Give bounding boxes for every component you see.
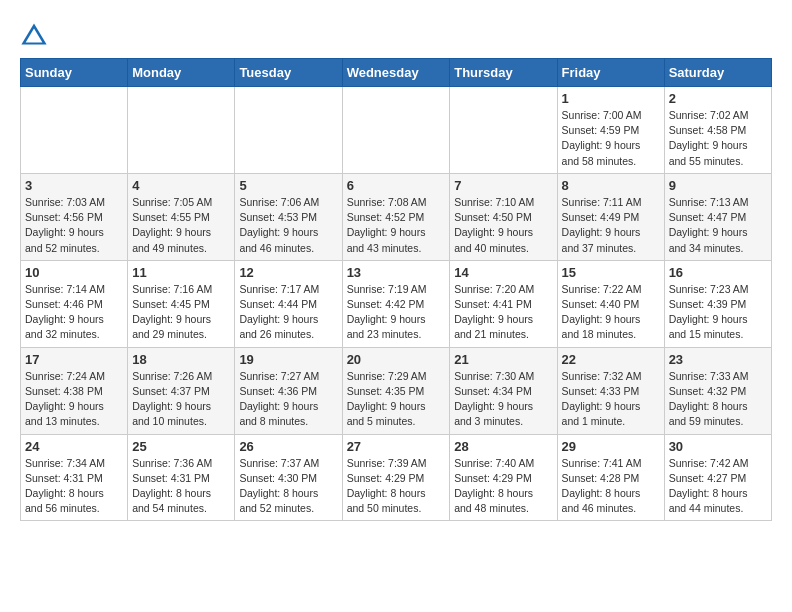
- day-info: Sunrise: 7:06 AM Sunset: 4:53 PM Dayligh…: [239, 195, 337, 256]
- day-info: Sunrise: 7:17 AM Sunset: 4:44 PM Dayligh…: [239, 282, 337, 343]
- calendar-body: 1Sunrise: 7:00 AM Sunset: 4:59 PM Daylig…: [21, 87, 772, 521]
- week-row-3: 10Sunrise: 7:14 AM Sunset: 4:46 PM Dayli…: [21, 260, 772, 347]
- day-cell: 25Sunrise: 7:36 AM Sunset: 4:31 PM Dayli…: [128, 434, 235, 521]
- calendar-header: SundayMondayTuesdayWednesdayThursdayFrid…: [21, 59, 772, 87]
- day-number: 17: [25, 352, 123, 367]
- day-cell: 28Sunrise: 7:40 AM Sunset: 4:29 PM Dayli…: [450, 434, 557, 521]
- day-cell: 1Sunrise: 7:00 AM Sunset: 4:59 PM Daylig…: [557, 87, 664, 174]
- day-number: 28: [454, 439, 552, 454]
- page-header: [20, 20, 772, 48]
- day-number: 1: [562, 91, 660, 106]
- day-number: 29: [562, 439, 660, 454]
- day-info: Sunrise: 7:14 AM Sunset: 4:46 PM Dayligh…: [25, 282, 123, 343]
- day-cell: [450, 87, 557, 174]
- day-number: 7: [454, 178, 552, 193]
- day-number: 13: [347, 265, 446, 280]
- day-number: 3: [25, 178, 123, 193]
- calendar-table: SundayMondayTuesdayWednesdayThursdayFrid…: [20, 58, 772, 521]
- day-number: 27: [347, 439, 446, 454]
- day-info: Sunrise: 7:02 AM Sunset: 4:58 PM Dayligh…: [669, 108, 767, 169]
- day-number: 20: [347, 352, 446, 367]
- column-header-wednesday: Wednesday: [342, 59, 450, 87]
- day-cell: 5Sunrise: 7:06 AM Sunset: 4:53 PM Daylig…: [235, 173, 342, 260]
- header-row: SundayMondayTuesdayWednesdayThursdayFrid…: [21, 59, 772, 87]
- day-cell: [128, 87, 235, 174]
- day-info: Sunrise: 7:03 AM Sunset: 4:56 PM Dayligh…: [25, 195, 123, 256]
- column-header-saturday: Saturday: [664, 59, 771, 87]
- week-row-4: 17Sunrise: 7:24 AM Sunset: 4:38 PM Dayli…: [21, 347, 772, 434]
- column-header-sunday: Sunday: [21, 59, 128, 87]
- day-info: Sunrise: 7:26 AM Sunset: 4:37 PM Dayligh…: [132, 369, 230, 430]
- day-info: Sunrise: 7:00 AM Sunset: 4:59 PM Dayligh…: [562, 108, 660, 169]
- day-cell: 12Sunrise: 7:17 AM Sunset: 4:44 PM Dayli…: [235, 260, 342, 347]
- day-info: Sunrise: 7:20 AM Sunset: 4:41 PM Dayligh…: [454, 282, 552, 343]
- day-info: Sunrise: 7:29 AM Sunset: 4:35 PM Dayligh…: [347, 369, 446, 430]
- day-number: 23: [669, 352, 767, 367]
- day-cell: 14Sunrise: 7:20 AM Sunset: 4:41 PM Dayli…: [450, 260, 557, 347]
- day-number: 5: [239, 178, 337, 193]
- day-cell: 16Sunrise: 7:23 AM Sunset: 4:39 PM Dayli…: [664, 260, 771, 347]
- day-cell: 9Sunrise: 7:13 AM Sunset: 4:47 PM Daylig…: [664, 173, 771, 260]
- day-cell: 30Sunrise: 7:42 AM Sunset: 4:27 PM Dayli…: [664, 434, 771, 521]
- day-info: Sunrise: 7:05 AM Sunset: 4:55 PM Dayligh…: [132, 195, 230, 256]
- day-number: 22: [562, 352, 660, 367]
- day-cell: 29Sunrise: 7:41 AM Sunset: 4:28 PM Dayli…: [557, 434, 664, 521]
- day-cell: [235, 87, 342, 174]
- day-info: Sunrise: 7:41 AM Sunset: 4:28 PM Dayligh…: [562, 456, 660, 517]
- day-cell: 10Sunrise: 7:14 AM Sunset: 4:46 PM Dayli…: [21, 260, 128, 347]
- day-cell: 23Sunrise: 7:33 AM Sunset: 4:32 PM Dayli…: [664, 347, 771, 434]
- day-number: 12: [239, 265, 337, 280]
- day-cell: 20Sunrise: 7:29 AM Sunset: 4:35 PM Dayli…: [342, 347, 450, 434]
- day-cell: [342, 87, 450, 174]
- day-cell: 18Sunrise: 7:26 AM Sunset: 4:37 PM Dayli…: [128, 347, 235, 434]
- day-info: Sunrise: 7:42 AM Sunset: 4:27 PM Dayligh…: [669, 456, 767, 517]
- day-cell: 27Sunrise: 7:39 AM Sunset: 4:29 PM Dayli…: [342, 434, 450, 521]
- day-info: Sunrise: 7:22 AM Sunset: 4:40 PM Dayligh…: [562, 282, 660, 343]
- day-cell: 11Sunrise: 7:16 AM Sunset: 4:45 PM Dayli…: [128, 260, 235, 347]
- day-cell: 22Sunrise: 7:32 AM Sunset: 4:33 PM Dayli…: [557, 347, 664, 434]
- day-info: Sunrise: 7:34 AM Sunset: 4:31 PM Dayligh…: [25, 456, 123, 517]
- day-cell: 19Sunrise: 7:27 AM Sunset: 4:36 PM Dayli…: [235, 347, 342, 434]
- column-header-thursday: Thursday: [450, 59, 557, 87]
- day-number: 14: [454, 265, 552, 280]
- day-info: Sunrise: 7:13 AM Sunset: 4:47 PM Dayligh…: [669, 195, 767, 256]
- day-info: Sunrise: 7:32 AM Sunset: 4:33 PM Dayligh…: [562, 369, 660, 430]
- day-info: Sunrise: 7:27 AM Sunset: 4:36 PM Dayligh…: [239, 369, 337, 430]
- column-header-tuesday: Tuesday: [235, 59, 342, 87]
- day-info: Sunrise: 7:33 AM Sunset: 4:32 PM Dayligh…: [669, 369, 767, 430]
- day-cell: 24Sunrise: 7:34 AM Sunset: 4:31 PM Dayli…: [21, 434, 128, 521]
- day-number: 10: [25, 265, 123, 280]
- logo: [20, 20, 52, 48]
- day-cell: 15Sunrise: 7:22 AM Sunset: 4:40 PM Dayli…: [557, 260, 664, 347]
- day-info: Sunrise: 7:11 AM Sunset: 4:49 PM Dayligh…: [562, 195, 660, 256]
- day-info: Sunrise: 7:10 AM Sunset: 4:50 PM Dayligh…: [454, 195, 552, 256]
- day-info: Sunrise: 7:19 AM Sunset: 4:42 PM Dayligh…: [347, 282, 446, 343]
- day-info: Sunrise: 7:08 AM Sunset: 4:52 PM Dayligh…: [347, 195, 446, 256]
- day-number: 11: [132, 265, 230, 280]
- day-number: 16: [669, 265, 767, 280]
- day-number: 30: [669, 439, 767, 454]
- day-cell: 4Sunrise: 7:05 AM Sunset: 4:55 PM Daylig…: [128, 173, 235, 260]
- day-info: Sunrise: 7:36 AM Sunset: 4:31 PM Dayligh…: [132, 456, 230, 517]
- day-info: Sunrise: 7:39 AM Sunset: 4:29 PM Dayligh…: [347, 456, 446, 517]
- day-info: Sunrise: 7:37 AM Sunset: 4:30 PM Dayligh…: [239, 456, 337, 517]
- day-info: Sunrise: 7:16 AM Sunset: 4:45 PM Dayligh…: [132, 282, 230, 343]
- day-cell: 26Sunrise: 7:37 AM Sunset: 4:30 PM Dayli…: [235, 434, 342, 521]
- day-cell: [21, 87, 128, 174]
- day-cell: 17Sunrise: 7:24 AM Sunset: 4:38 PM Dayli…: [21, 347, 128, 434]
- day-number: 9: [669, 178, 767, 193]
- column-header-friday: Friday: [557, 59, 664, 87]
- week-row-2: 3Sunrise: 7:03 AM Sunset: 4:56 PM Daylig…: [21, 173, 772, 260]
- day-cell: 21Sunrise: 7:30 AM Sunset: 4:34 PM Dayli…: [450, 347, 557, 434]
- day-number: 6: [347, 178, 446, 193]
- logo-icon: [20, 20, 48, 48]
- day-info: Sunrise: 7:40 AM Sunset: 4:29 PM Dayligh…: [454, 456, 552, 517]
- week-row-1: 1Sunrise: 7:00 AM Sunset: 4:59 PM Daylig…: [21, 87, 772, 174]
- column-header-monday: Monday: [128, 59, 235, 87]
- day-number: 21: [454, 352, 552, 367]
- day-cell: 13Sunrise: 7:19 AM Sunset: 4:42 PM Dayli…: [342, 260, 450, 347]
- day-cell: 3Sunrise: 7:03 AM Sunset: 4:56 PM Daylig…: [21, 173, 128, 260]
- day-number: 15: [562, 265, 660, 280]
- day-number: 25: [132, 439, 230, 454]
- day-number: 24: [25, 439, 123, 454]
